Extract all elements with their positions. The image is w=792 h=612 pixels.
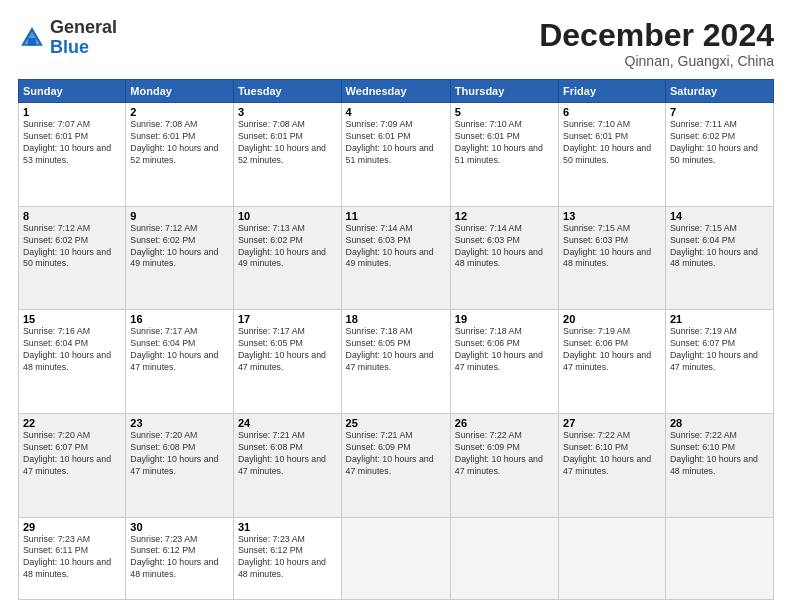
day-info: Sunrise: 7:16 AMSunset: 6:04 PMDaylight:…: [23, 326, 121, 374]
day-info: Sunrise: 7:19 AMSunset: 6:06 PMDaylight:…: [563, 326, 661, 374]
day-info: Sunrise: 7:13 AMSunset: 6:02 PMDaylight:…: [238, 223, 337, 271]
day-number: 29: [23, 521, 121, 533]
location: Qinnan, Guangxi, China: [539, 53, 774, 69]
day-number: 8: [23, 210, 121, 222]
day-of-week-header: Wednesday: [341, 80, 450, 103]
calendar-cell: 9Sunrise: 7:12 AMSunset: 6:02 PMDaylight…: [126, 206, 234, 310]
day-number: 7: [670, 106, 769, 118]
logo-icon: [18, 24, 46, 52]
day-info: Sunrise: 7:07 AMSunset: 6:01 PMDaylight:…: [23, 119, 121, 167]
day-info: Sunrise: 7:22 AMSunset: 6:09 PMDaylight:…: [455, 430, 554, 478]
calendar-cell: 25Sunrise: 7:21 AMSunset: 6:09 PMDayligh…: [341, 413, 450, 517]
day-info: Sunrise: 7:23 AMSunset: 6:12 PMDaylight:…: [238, 534, 337, 582]
calendar-cell: 27Sunrise: 7:22 AMSunset: 6:10 PMDayligh…: [559, 413, 666, 517]
calendar-cell: 6Sunrise: 7:10 AMSunset: 6:01 PMDaylight…: [559, 103, 666, 207]
calendar-cell: 19Sunrise: 7:18 AMSunset: 6:06 PMDayligh…: [450, 310, 558, 414]
day-info: Sunrise: 7:20 AMSunset: 6:08 PMDaylight:…: [130, 430, 229, 478]
day-info: Sunrise: 7:22 AMSunset: 6:10 PMDaylight:…: [670, 430, 769, 478]
page: General Blue December 2024 Qinnan, Guang…: [0, 0, 792, 612]
calendar-cell: [450, 517, 558, 599]
day-of-week-header: Saturday: [665, 80, 773, 103]
day-number: 12: [455, 210, 554, 222]
calendar-cell: 11Sunrise: 7:14 AMSunset: 6:03 PMDayligh…: [341, 206, 450, 310]
day-info: Sunrise: 7:20 AMSunset: 6:07 PMDaylight:…: [23, 430, 121, 478]
day-of-week-header: Monday: [126, 80, 234, 103]
day-number: 15: [23, 313, 121, 325]
day-info: Sunrise: 7:18 AMSunset: 6:05 PMDaylight:…: [346, 326, 446, 374]
day-number: 4: [346, 106, 446, 118]
day-number: 28: [670, 417, 769, 429]
calendar-cell: 31Sunrise: 7:23 AMSunset: 6:12 PMDayligh…: [233, 517, 341, 599]
day-of-week-header: Friday: [559, 80, 666, 103]
title-block: December 2024 Qinnan, Guangxi, China: [539, 18, 774, 69]
calendar-cell: 13Sunrise: 7:15 AMSunset: 6:03 PMDayligh…: [559, 206, 666, 310]
calendar-cell: 29Sunrise: 7:23 AMSunset: 6:11 PMDayligh…: [19, 517, 126, 599]
calendar-cell: 7Sunrise: 7:11 AMSunset: 6:02 PMDaylight…: [665, 103, 773, 207]
calendar-cell: 14Sunrise: 7:15 AMSunset: 6:04 PMDayligh…: [665, 206, 773, 310]
logo-text: General Blue: [50, 18, 117, 58]
logo-blue: Blue: [50, 37, 89, 57]
day-number: 9: [130, 210, 229, 222]
day-number: 19: [455, 313, 554, 325]
day-number: 21: [670, 313, 769, 325]
day-info: Sunrise: 7:15 AMSunset: 6:04 PMDaylight:…: [670, 223, 769, 271]
day-info: Sunrise: 7:11 AMSunset: 6:02 PMDaylight:…: [670, 119, 769, 167]
day-number: 22: [23, 417, 121, 429]
day-info: Sunrise: 7:17 AMSunset: 6:04 PMDaylight:…: [130, 326, 229, 374]
day-info: Sunrise: 7:10 AMSunset: 6:01 PMDaylight:…: [563, 119, 661, 167]
day-number: 14: [670, 210, 769, 222]
day-number: 5: [455, 106, 554, 118]
calendar-week-row: 1Sunrise: 7:07 AMSunset: 6:01 PMDaylight…: [19, 103, 774, 207]
calendar-cell: 8Sunrise: 7:12 AMSunset: 6:02 PMDaylight…: [19, 206, 126, 310]
day-number: 16: [130, 313, 229, 325]
day-number: 11: [346, 210, 446, 222]
calendar-cell: 26Sunrise: 7:22 AMSunset: 6:09 PMDayligh…: [450, 413, 558, 517]
calendar-week-row: 15Sunrise: 7:16 AMSunset: 6:04 PMDayligh…: [19, 310, 774, 414]
day-number: 18: [346, 313, 446, 325]
day-number: 20: [563, 313, 661, 325]
day-of-week-header: Tuesday: [233, 80, 341, 103]
calendar-cell: [665, 517, 773, 599]
day-info: Sunrise: 7:18 AMSunset: 6:06 PMDaylight:…: [455, 326, 554, 374]
calendar-header-row: SundayMondayTuesdayWednesdayThursdayFrid…: [19, 80, 774, 103]
day-info: Sunrise: 7:09 AMSunset: 6:01 PMDaylight:…: [346, 119, 446, 167]
calendar-cell: 18Sunrise: 7:18 AMSunset: 6:05 PMDayligh…: [341, 310, 450, 414]
day-of-week-header: Sunday: [19, 80, 126, 103]
calendar-cell: [341, 517, 450, 599]
calendar-cell: [559, 517, 666, 599]
calendar-week-row: 29Sunrise: 7:23 AMSunset: 6:11 PMDayligh…: [19, 517, 774, 599]
calendar-cell: 15Sunrise: 7:16 AMSunset: 6:04 PMDayligh…: [19, 310, 126, 414]
day-info: Sunrise: 7:08 AMSunset: 6:01 PMDaylight:…: [130, 119, 229, 167]
day-number: 17: [238, 313, 337, 325]
day-info: Sunrise: 7:14 AMSunset: 6:03 PMDaylight:…: [346, 223, 446, 271]
calendar-cell: 30Sunrise: 7:23 AMSunset: 6:12 PMDayligh…: [126, 517, 234, 599]
calendar-cell: 4Sunrise: 7:09 AMSunset: 6:01 PMDaylight…: [341, 103, 450, 207]
day-number: 26: [455, 417, 554, 429]
calendar-cell: 24Sunrise: 7:21 AMSunset: 6:08 PMDayligh…: [233, 413, 341, 517]
day-info: Sunrise: 7:19 AMSunset: 6:07 PMDaylight:…: [670, 326, 769, 374]
day-number: 2: [130, 106, 229, 118]
calendar-week-row: 8Sunrise: 7:12 AMSunset: 6:02 PMDaylight…: [19, 206, 774, 310]
day-info: Sunrise: 7:23 AMSunset: 6:11 PMDaylight:…: [23, 534, 121, 582]
day-info: Sunrise: 7:10 AMSunset: 6:01 PMDaylight:…: [455, 119, 554, 167]
day-number: 3: [238, 106, 337, 118]
month-title: December 2024: [539, 18, 774, 53]
calendar-cell: 21Sunrise: 7:19 AMSunset: 6:07 PMDayligh…: [665, 310, 773, 414]
calendar-week-row: 22Sunrise: 7:20 AMSunset: 6:07 PMDayligh…: [19, 413, 774, 517]
header: General Blue December 2024 Qinnan, Guang…: [18, 18, 774, 69]
logo: General Blue: [18, 18, 117, 58]
day-info: Sunrise: 7:22 AMSunset: 6:10 PMDaylight:…: [563, 430, 661, 478]
calendar-cell: 12Sunrise: 7:14 AMSunset: 6:03 PMDayligh…: [450, 206, 558, 310]
day-info: Sunrise: 7:14 AMSunset: 6:03 PMDaylight:…: [455, 223, 554, 271]
day-info: Sunrise: 7:12 AMSunset: 6:02 PMDaylight:…: [130, 223, 229, 271]
day-number: 6: [563, 106, 661, 118]
day-number: 31: [238, 521, 337, 533]
day-of-week-header: Thursday: [450, 80, 558, 103]
calendar-cell: 17Sunrise: 7:17 AMSunset: 6:05 PMDayligh…: [233, 310, 341, 414]
calendar-cell: 2Sunrise: 7:08 AMSunset: 6:01 PMDaylight…: [126, 103, 234, 207]
calendar-cell: 23Sunrise: 7:20 AMSunset: 6:08 PMDayligh…: [126, 413, 234, 517]
svg-rect-2: [28, 38, 36, 46]
day-info: Sunrise: 7:23 AMSunset: 6:12 PMDaylight:…: [130, 534, 229, 582]
calendar-cell: 3Sunrise: 7:08 AMSunset: 6:01 PMDaylight…: [233, 103, 341, 207]
calendar-cell: 5Sunrise: 7:10 AMSunset: 6:01 PMDaylight…: [450, 103, 558, 207]
